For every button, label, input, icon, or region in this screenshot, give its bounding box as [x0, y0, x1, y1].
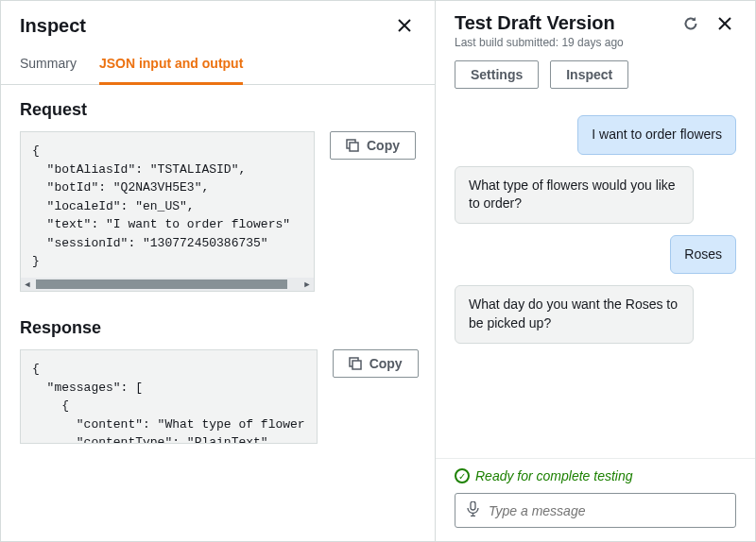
inspect-title: Inspect: [20, 15, 86, 37]
test-panel: Test Draft Version Last build submitted:…: [436, 1, 755, 541]
request-code-block: { "botAliasId": "TSTALIASID", "botId": "…: [20, 131, 315, 292]
inspect-panel: Inspect Summary JSON input and output Re…: [1, 1, 436, 541]
message-input-container[interactable]: [455, 493, 736, 528]
response-code-block: { "messages": [ { "content": "What type …: [20, 349, 318, 444]
chat-message-bot: What type of flowers would you like to o…: [455, 166, 736, 224]
tab-json[interactable]: JSON input and output: [99, 46, 243, 85]
refresh-icon: [683, 16, 698, 31]
chat-message-user: Roses: [455, 235, 736, 275]
svg-rect-3: [352, 361, 361, 369]
inspect-button[interactable]: Inspect: [550, 60, 628, 89]
chat-bubble: What type of flowers would you like to o…: [455, 166, 694, 224]
inspect-tabs: Summary JSON input and output: [1, 46, 435, 85]
copy-icon: [346, 139, 359, 152]
response-code[interactable]: { "messages": [ { "content": "What type …: [21, 350, 317, 443]
copy-icon: [349, 357, 362, 370]
test-title: Test Draft Version: [455, 12, 624, 34]
microphone-icon[interactable]: [467, 501, 479, 519]
close-icon: [717, 16, 732, 31]
inspect-scroll[interactable]: Request { "botAliasId": "TSTALIASID", "b…: [1, 85, 435, 541]
copy-label: Copy: [367, 138, 400, 153]
copy-response-button[interactable]: Copy: [333, 349, 419, 378]
status-text: Ready for complete testing: [475, 468, 633, 483]
request-title: Request: [20, 100, 416, 120]
request-hscroll[interactable]: ◄ ►: [21, 278, 314, 291]
close-icon: [397, 18, 412, 33]
chat-scroll[interactable]: I want to order flowers What type of flo…: [436, 102, 755, 458]
tab-summary[interactable]: Summary: [20, 46, 77, 85]
response-title: Response: [20, 318, 416, 338]
copy-request-button[interactable]: Copy: [330, 131, 416, 160]
chat-message-bot: What day do you want the Roses to be pic…: [455, 285, 736, 343]
request-code[interactable]: { "botAliasId": "TSTALIASID", "botId": "…: [21, 132, 314, 278]
settings-button[interactable]: Settings: [455, 60, 539, 89]
close-inspect-button[interactable]: [393, 14, 416, 37]
close-test-button[interactable]: [713, 12, 736, 35]
chat-bubble: I want to order flowers: [577, 115, 736, 155]
refresh-button[interactable]: [679, 12, 702, 35]
chat-bubble: What day do you want the Roses to be pic…: [455, 285, 694, 343]
svg-rect-4: [471, 501, 475, 510]
svg-rect-1: [350, 143, 358, 151]
check-icon: ✓: [455, 468, 470, 483]
chat-bubble: Roses: [670, 235, 736, 275]
status-bar: ✓ Ready for complete testing: [436, 458, 755, 493]
test-subtitle: Last build submitted: 19 days ago: [455, 36, 624, 49]
message-input[interactable]: [489, 503, 724, 518]
chat-message-user: I want to order flowers: [455, 115, 736, 155]
copy-label: Copy: [369, 356, 403, 371]
